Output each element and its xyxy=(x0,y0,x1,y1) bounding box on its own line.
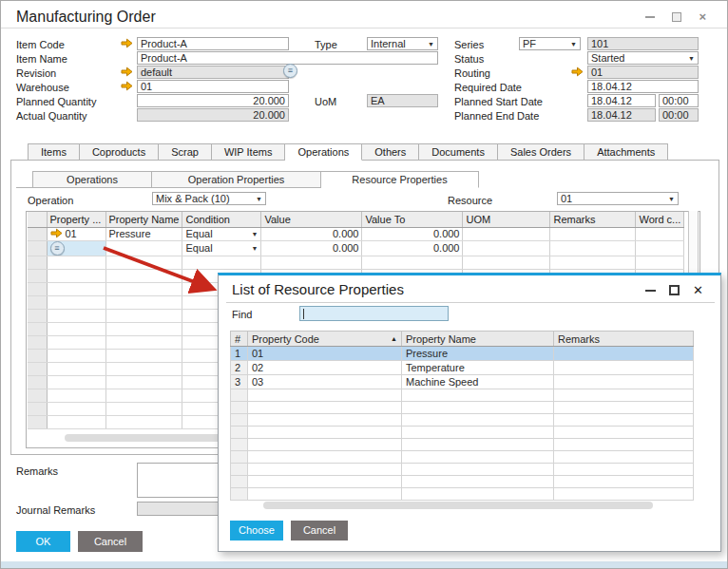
empty-cell[interactable] xyxy=(636,256,684,269)
empty-cell[interactable] xyxy=(47,282,105,295)
empty-cell[interactable] xyxy=(231,389,248,402)
type-dropdown[interactable]: Internal▼ xyxy=(367,37,438,50)
condition-cell[interactable]: Equal▼ xyxy=(182,240,261,256)
empty-cell[interactable] xyxy=(231,402,248,414)
empty-cell[interactable] xyxy=(105,309,182,322)
subtab-operation-properties[interactable]: Operation Properties xyxy=(152,171,321,188)
property-name-cell[interactable]: Temperature xyxy=(402,361,554,375)
empty-cell[interactable] xyxy=(231,427,248,439)
empty-cell[interactable] xyxy=(402,439,554,451)
value-to-cell[interactable]: 0.000 xyxy=(362,227,463,240)
property-name-cell[interactable]: Pressure xyxy=(402,347,554,361)
empty-cell[interactable] xyxy=(105,362,182,375)
list-header-property-code[interactable]: Property Code▲ xyxy=(248,332,402,347)
row-selector[interactable] xyxy=(28,227,47,240)
empty-cell[interactable] xyxy=(231,414,248,427)
empty-cell[interactable] xyxy=(554,464,694,476)
dialog-close-icon[interactable]: ✕ xyxy=(693,285,703,295)
empty-cell[interactable] xyxy=(402,427,554,439)
list-header-remarks[interactable]: Remarks xyxy=(554,332,694,347)
empty-cell[interactable] xyxy=(47,309,105,322)
row-number-cell[interactable]: 2 xyxy=(231,361,248,375)
empty-cell[interactable] xyxy=(554,389,694,402)
uom-cell[interactable] xyxy=(463,240,550,256)
empty-cell[interactable] xyxy=(47,335,105,349)
empty-cell[interactable] xyxy=(248,439,402,451)
empty-cell[interactable] xyxy=(105,256,182,269)
row-selector[interactable] xyxy=(28,362,47,375)
row-number-cell[interactable]: 1 xyxy=(231,347,248,361)
empty-cell[interactable] xyxy=(105,402,182,415)
uom-cell[interactable] xyxy=(463,227,550,240)
list-header-[interactable]: # xyxy=(231,332,248,347)
tab-attachments[interactable]: Attachments xyxy=(584,143,668,161)
empty-cell[interactable] xyxy=(248,464,402,476)
choose-button[interactable]: Choose xyxy=(230,521,283,541)
property-code-cell[interactable]: 02 xyxy=(248,361,402,375)
empty-cell[interactable] xyxy=(248,414,402,427)
row-selector[interactable] xyxy=(28,256,47,269)
value-to-cell[interactable]: 0.000 xyxy=(362,240,463,256)
empty-cell[interactable] xyxy=(47,402,105,415)
empty-cell[interactable] xyxy=(554,427,694,439)
property-name-cell[interactable] xyxy=(105,240,182,256)
row-selector[interactable] xyxy=(28,375,47,389)
remarks-cell[interactable] xyxy=(554,375,694,389)
empty-cell[interactable] xyxy=(105,349,182,362)
empty-cell[interactable] xyxy=(402,402,554,414)
empty-cell[interactable] xyxy=(402,451,554,464)
empty-cell[interactable] xyxy=(402,389,554,402)
find-input[interactable] xyxy=(299,306,449,321)
empty-cell[interactable] xyxy=(105,322,182,335)
required-date-field[interactable]: 18.04.12 xyxy=(587,80,699,93)
empty-cell[interactable] xyxy=(47,349,105,362)
series-dropdown[interactable]: PF▼ xyxy=(519,37,581,50)
item-code-field[interactable]: Product-A xyxy=(137,37,289,50)
close-icon[interactable]: × xyxy=(699,12,706,22)
subtab-operations[interactable]: Operations xyxy=(32,171,152,188)
empty-cell[interactable] xyxy=(248,488,402,501)
tab-sales-orders[interactable]: Sales Orders xyxy=(498,143,584,161)
row-selector[interactable] xyxy=(28,335,47,349)
empty-cell[interactable] xyxy=(463,256,550,269)
property-name-cell[interactable]: Pressure xyxy=(105,227,182,240)
empty-cell[interactable] xyxy=(182,256,261,269)
link-arrow-icon[interactable] xyxy=(121,81,133,91)
resource-dropdown[interactable]: 01▼ xyxy=(557,192,679,205)
cancel-button[interactable]: Cancel xyxy=(78,531,143,552)
row-selector[interactable] xyxy=(28,389,47,402)
row-selector[interactable] xyxy=(28,349,47,362)
list-row[interactable]: 101Pressure xyxy=(231,347,694,361)
empty-cell[interactable] xyxy=(231,476,248,488)
tab-others[interactable]: Others xyxy=(362,143,419,161)
empty-cell[interactable] xyxy=(402,476,554,488)
property-code-cell[interactable]: ≡ xyxy=(47,240,105,256)
list-row[interactable]: 303Machine Speed xyxy=(231,375,694,389)
revision-field[interactable]: default xyxy=(137,66,289,79)
empty-cell[interactable] xyxy=(231,464,248,476)
choose-from-list-icon[interactable]: ≡ xyxy=(283,64,297,78)
empty-cell[interactable] xyxy=(554,439,694,451)
remarks-cell[interactable] xyxy=(554,347,694,361)
empty-cell[interactable] xyxy=(248,402,402,414)
empty-cell[interactable] xyxy=(554,451,694,464)
dialog-cancel-button[interactable]: Cancel xyxy=(291,521,348,541)
planned-start-time-field[interactable]: 00:00 xyxy=(659,94,699,107)
item-name-field[interactable]: Product-A xyxy=(137,51,438,65)
minimize-icon[interactable] xyxy=(645,16,655,18)
row-selector[interactable] xyxy=(28,282,47,295)
empty-cell[interactable] xyxy=(47,322,105,335)
condition-cell[interactable]: Equal▼ xyxy=(182,227,261,240)
row-selector[interactable] xyxy=(28,269,47,282)
maximize-icon[interactable] xyxy=(672,12,681,22)
empty-cell[interactable] xyxy=(231,451,248,464)
row-number-cell[interactable]: 3 xyxy=(231,375,248,389)
list-row[interactable]: 202Temperature xyxy=(231,361,694,375)
empty-cell[interactable] xyxy=(105,389,182,402)
empty-cell[interactable] xyxy=(105,282,182,295)
empty-cell[interactable] xyxy=(105,415,182,428)
tab-scrap[interactable]: Scrap xyxy=(159,143,212,161)
subtab-resource-properties[interactable]: Resource Properties xyxy=(321,171,479,188)
empty-cell[interactable] xyxy=(402,464,554,476)
dialog-maximize-icon[interactable] xyxy=(669,285,680,295)
